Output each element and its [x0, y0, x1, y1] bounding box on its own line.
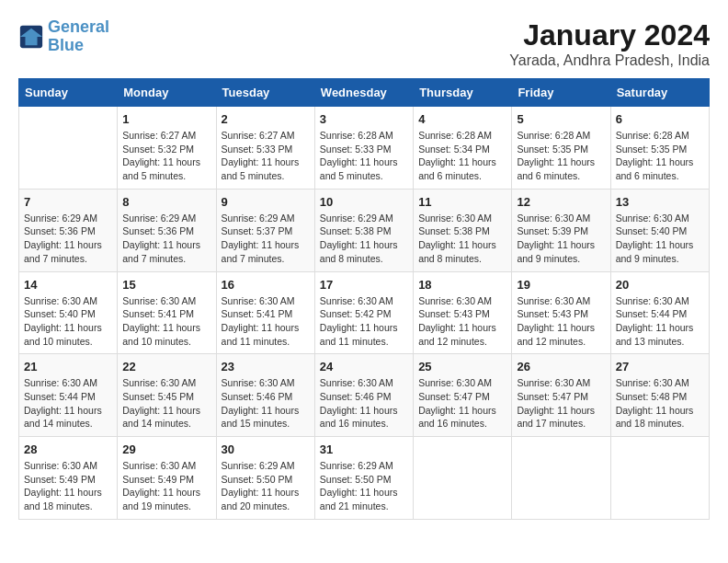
- day-number: 5: [517, 112, 605, 126]
- calendar-cell: 14Sunrise: 6:30 AM Sunset: 5:40 PM Dayli…: [19, 271, 118, 354]
- day-number: 14: [24, 278, 112, 292]
- day-number: 30: [222, 442, 310, 456]
- day-info: Sunrise: 6:30 AM Sunset: 5:43 PM Dayligh…: [418, 294, 506, 349]
- calendar-week-row: 21Sunrise: 6:30 AM Sunset: 5:44 PM Dayli…: [19, 354, 710, 437]
- calendar-cell: 22Sunrise: 6:30 AM Sunset: 5:45 PM Dayli…: [118, 354, 216, 437]
- day-number: 26: [517, 360, 605, 373]
- day-number: 9: [222, 195, 310, 209]
- day-number: 18: [418, 278, 506, 292]
- day-info: Sunrise: 6:27 AM Sunset: 5:32 PM Dayligh…: [122, 129, 210, 183]
- calendar-cell: 25Sunrise: 6:30 AM Sunset: 5:47 PM Dayli…: [414, 354, 512, 437]
- calendar-cell: 5Sunrise: 6:28 AM Sunset: 5:35 PM Daylig…: [512, 107, 610, 190]
- calendar-cell: 9Sunrise: 6:29 AM Sunset: 5:37 PM Daylig…: [216, 189, 314, 271]
- day-info: Sunrise: 6:30 AM Sunset: 5:47 PM Dayligh…: [517, 376, 605, 431]
- day-info: Sunrise: 6:29 AM Sunset: 5:37 PM Dayligh…: [222, 212, 310, 266]
- calendar-cell: 10Sunrise: 6:29 AM Sunset: 5:38 PM Dayli…: [314, 189, 413, 271]
- day-number: 10: [320, 195, 408, 209]
- day-info: Sunrise: 6:30 AM Sunset: 5:48 PM Dayligh…: [616, 376, 704, 431]
- weekday-header-tuesday: Tuesday: [216, 79, 314, 107]
- calendar-table: SundayMondayTuesdayWednesdayThursdayFrid…: [18, 78, 710, 520]
- calendar-title: January 2024: [509, 18, 710, 52]
- calendar-cell: 3Sunrise: 6:28 AM Sunset: 5:33 PM Daylig…: [314, 107, 413, 190]
- day-number: 17: [320, 278, 408, 292]
- day-number: 1: [122, 112, 210, 126]
- day-info: Sunrise: 6:30 AM Sunset: 5:45 PM Dayligh…: [122, 376, 210, 431]
- calendar-cell: 30Sunrise: 6:29 AM Sunset: 5:50 PM Dayli…: [216, 437, 314, 520]
- day-info: Sunrise: 6:27 AM Sunset: 5:33 PM Dayligh…: [222, 129, 310, 183]
- day-info: Sunrise: 6:28 AM Sunset: 5:35 PM Dayligh…: [616, 129, 704, 183]
- day-info: Sunrise: 6:28 AM Sunset: 5:34 PM Dayligh…: [418, 129, 506, 183]
- calendar-cell: 28Sunrise: 6:30 AM Sunset: 5:49 PM Dayli…: [19, 437, 118, 520]
- logo-icon: [18, 24, 44, 50]
- calendar-cell: 24Sunrise: 6:30 AM Sunset: 5:46 PM Dayli…: [314, 354, 413, 437]
- day-info: Sunrise: 6:30 AM Sunset: 5:49 PM Dayligh…: [24, 459, 112, 513]
- day-number: 23: [222, 360, 310, 373]
- calendar-cell: 15Sunrise: 6:30 AM Sunset: 5:41 PM Dayli…: [118, 271, 216, 354]
- day-info: Sunrise: 6:30 AM Sunset: 5:41 PM Dayligh…: [122, 294, 210, 349]
- logo-text: General Blue: [48, 18, 109, 55]
- calendar-header-row: SundayMondayTuesdayWednesdayThursdayFrid…: [19, 79, 710, 107]
- calendar-cell: 12Sunrise: 6:30 AM Sunset: 5:39 PM Dayli…: [512, 189, 610, 271]
- calendar-cell: [19, 107, 118, 190]
- day-number: 2: [222, 112, 310, 126]
- calendar-cell: [414, 437, 512, 520]
- day-number: 29: [122, 442, 210, 456]
- day-info: Sunrise: 6:29 AM Sunset: 5:38 PM Dayligh…: [320, 212, 408, 266]
- weekday-header-thursday: Thursday: [414, 79, 512, 107]
- calendar-cell: 8Sunrise: 6:29 AM Sunset: 5:36 PM Daylig…: [118, 189, 216, 271]
- weekday-header-sunday: Sunday: [19, 79, 118, 107]
- day-number: 6: [616, 112, 704, 126]
- day-info: Sunrise: 6:30 AM Sunset: 5:44 PM Dayligh…: [24, 376, 112, 431]
- title-block: January 2024 Yarada, Andhra Pradesh, Ind…: [509, 18, 710, 69]
- day-info: Sunrise: 6:30 AM Sunset: 5:43 PM Dayligh…: [517, 294, 605, 349]
- calendar-cell: 29Sunrise: 6:30 AM Sunset: 5:49 PM Dayli…: [118, 437, 216, 520]
- calendar-cell: 11Sunrise: 6:30 AM Sunset: 5:38 PM Dayli…: [414, 189, 512, 271]
- calendar-cell: 23Sunrise: 6:30 AM Sunset: 5:46 PM Dayli…: [216, 354, 314, 437]
- day-number: 25: [418, 360, 506, 373]
- day-info: Sunrise: 6:30 AM Sunset: 5:42 PM Dayligh…: [320, 294, 408, 349]
- day-info: Sunrise: 6:30 AM Sunset: 5:46 PM Dayligh…: [222, 376, 310, 431]
- calendar-cell: 2Sunrise: 6:27 AM Sunset: 5:33 PM Daylig…: [216, 107, 314, 190]
- day-number: 21: [24, 360, 112, 373]
- calendar-week-row: 28Sunrise: 6:30 AM Sunset: 5:49 PM Dayli…: [19, 437, 710, 520]
- logo: General Blue: [18, 18, 109, 55]
- calendar-cell: 19Sunrise: 6:30 AM Sunset: 5:43 PM Dayli…: [512, 271, 610, 354]
- calendar-cell: 17Sunrise: 6:30 AM Sunset: 5:42 PM Dayli…: [314, 271, 413, 354]
- weekday-header-monday: Monday: [118, 79, 216, 107]
- calendar-week-row: 1Sunrise: 6:27 AM Sunset: 5:32 PM Daylig…: [19, 107, 710, 190]
- day-info: Sunrise: 6:30 AM Sunset: 5:38 PM Dayligh…: [418, 212, 506, 266]
- calendar-cell: [610, 437, 709, 520]
- day-info: Sunrise: 6:29 AM Sunset: 5:50 PM Dayligh…: [222, 459, 310, 513]
- day-number: 8: [122, 195, 210, 209]
- day-number: 20: [616, 278, 704, 292]
- day-number: 7: [24, 195, 112, 209]
- day-number: 24: [320, 360, 408, 373]
- calendar-cell: 6Sunrise: 6:28 AM Sunset: 5:35 PM Daylig…: [610, 107, 709, 190]
- day-number: 28: [24, 442, 112, 456]
- day-info: Sunrise: 6:29 AM Sunset: 5:36 PM Dayligh…: [122, 212, 210, 266]
- day-info: Sunrise: 6:29 AM Sunset: 5:50 PM Dayligh…: [320, 459, 408, 513]
- day-number: 15: [122, 278, 210, 292]
- calendar-week-row: 7Sunrise: 6:29 AM Sunset: 5:36 PM Daylig…: [19, 189, 710, 271]
- day-info: Sunrise: 6:30 AM Sunset: 5:41 PM Dayligh…: [222, 294, 310, 349]
- calendar-cell: 31Sunrise: 6:29 AM Sunset: 5:50 PM Dayli…: [314, 437, 413, 520]
- day-number: 13: [616, 195, 704, 209]
- calendar-cell: 18Sunrise: 6:30 AM Sunset: 5:43 PM Dayli…: [414, 271, 512, 354]
- calendar-cell: 20Sunrise: 6:30 AM Sunset: 5:44 PM Dayli…: [610, 271, 709, 354]
- calendar-cell: 21Sunrise: 6:30 AM Sunset: 5:44 PM Dayli…: [19, 354, 118, 437]
- weekday-header-friday: Friday: [512, 79, 610, 107]
- calendar-cell: [512, 437, 610, 520]
- calendar-subtitle: Yarada, Andhra Pradesh, India: [509, 52, 710, 69]
- weekday-header-saturday: Saturday: [610, 79, 709, 107]
- calendar-cell: 1Sunrise: 6:27 AM Sunset: 5:32 PM Daylig…: [118, 107, 216, 190]
- calendar-cell: 4Sunrise: 6:28 AM Sunset: 5:34 PM Daylig…: [414, 107, 512, 190]
- day-info: Sunrise: 6:30 AM Sunset: 5:40 PM Dayligh…: [24, 294, 112, 349]
- day-info: Sunrise: 6:30 AM Sunset: 5:44 PM Dayligh…: [616, 294, 704, 349]
- page-header: General Blue January 2024 Yarada, Andhra…: [18, 18, 710, 69]
- day-info: Sunrise: 6:30 AM Sunset: 5:39 PM Dayligh…: [517, 212, 605, 266]
- day-number: 27: [616, 360, 704, 373]
- day-number: 3: [320, 112, 408, 126]
- day-info: Sunrise: 6:29 AM Sunset: 5:36 PM Dayligh…: [24, 212, 112, 266]
- calendar-cell: 13Sunrise: 6:30 AM Sunset: 5:40 PM Dayli…: [610, 189, 709, 271]
- day-number: 19: [517, 278, 605, 292]
